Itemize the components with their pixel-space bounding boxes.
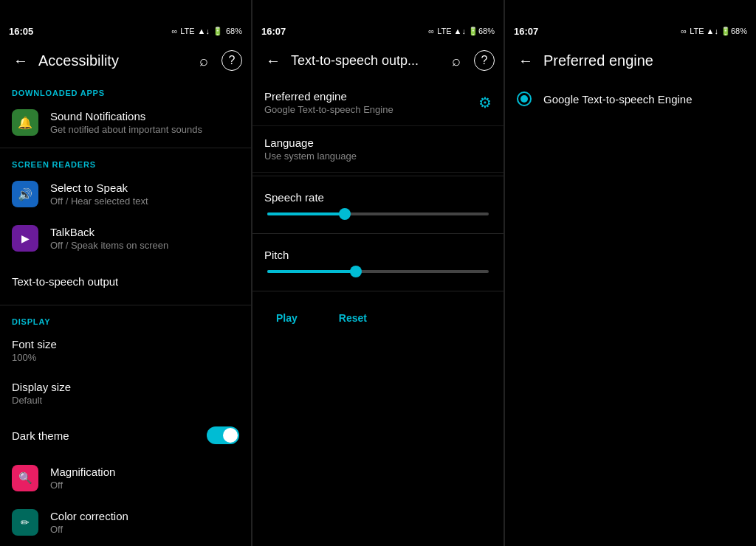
google-tts-radio[interactable]: [517, 91, 532, 106]
tts-output-item[interactable]: Text-to-speech output: [0, 260, 251, 302]
talkback-text: TalkBack Off / Speak items on screen: [50, 226, 239, 251]
speech-rate-thumb[interactable]: [339, 208, 351, 220]
speech-rate-label: Speech rate: [264, 191, 492, 204]
magnification-subtitle: Off: [50, 480, 239, 491]
gear-icon[interactable]: ⚙: [478, 94, 492, 111]
link-icon-2: ∞: [428, 27, 434, 35]
pitch-slider[interactable]: [267, 270, 489, 273]
color-correction-text: Color correction Off: [50, 510, 239, 535]
accessibility-panel: 16:05 ∞ LTE ▲↓ 🔋 68% ← Accessibility ⌕ ?…: [0, 0, 252, 546]
font-size-subtitle: 100%: [12, 352, 239, 363]
tts-toolbar: ← Text-to-speech outp... ⌕ ?: [252, 41, 504, 80]
signal-text-3: LTE ▲↓ 🔋68%: [690, 27, 747, 36]
font-size-item[interactable]: Font size 100%: [0, 329, 251, 372]
language-subtitle: Use system language: [264, 151, 492, 162]
tts-output-text: Text-to-speech output: [12, 275, 239, 288]
pitch-section: Pitch: [252, 237, 504, 279]
select-to-speak-title: Select to Speak: [50, 182, 239, 194]
section-header-downloaded: DOWNLOADED APPS: [0, 80, 251, 100]
magnification-text: Magnification Off: [50, 466, 239, 491]
talkback-item[interactable]: ▶ TalkBack Off / Speak items on screen: [0, 216, 251, 260]
tts-output-title: Text-to-speech output: [12, 275, 239, 288]
link-icon-3: ∞: [681, 27, 687, 35]
engine-panel: 16:07 ∞ LTE ▲↓ 🔋68% ← Preferred engine G…: [505, 0, 756, 546]
status-bar-panel1: 16:05 ∞ LTE ▲↓ 🔋 68%: [0, 21, 251, 41]
select-to-speak-icon: 🔊: [12, 181, 38, 207]
divider-tts-3: [252, 291, 504, 291]
speech-rate-section: Speech rate: [252, 179, 504, 221]
magnification-item[interactable]: 🔍 Magnification Off: [0, 456, 251, 500]
divider-tts-1: [252, 176, 504, 176]
time-panel3: 16:07: [514, 26, 538, 37]
tts-panel: 16:07 ∞ LTE ▲↓ 🔋68% ← Text-to-speech out…: [252, 0, 504, 546]
section-header-screen-readers: SCREEN READERS: [0, 151, 251, 172]
preferred-engine-title: Preferred engine: [264, 90, 470, 103]
font-size-title: Font size: [12, 338, 239, 350]
select-to-speak-text: Select to Speak Off / Hear selected text: [50, 182, 239, 207]
google-tts-engine-item[interactable]: Google Text-to-speech Engine: [505, 80, 756, 118]
dark-theme-control: [207, 426, 239, 444]
sound-notifications-title: Sound Notifications: [50, 110, 239, 122]
time-panel2: 16:07: [261, 26, 286, 37]
sound-notifications-text: Sound Notifications Get notified about i…: [50, 110, 239, 135]
preferred-engine-text: Preferred engine Google Text-to-speech E…: [264, 90, 470, 115]
status-icons-panel3: ∞ LTE ▲↓ 🔋68%: [681, 27, 747, 36]
accessibility-content: DOWNLOADED APPS 🔔 Sound Notifications Ge…: [0, 80, 251, 546]
color-correction-subtitle: Off: [50, 524, 239, 535]
engine-title: Preferred engine: [543, 52, 747, 69]
language-text: Language Use system language: [264, 136, 492, 162]
dark-theme-item[interactable]: Dark theme: [0, 415, 251, 456]
preferred-engine-setting[interactable]: Preferred engine Google Text-to-speech E…: [252, 80, 504, 126]
speech-rate-slider[interactable]: [267, 212, 489, 215]
accessibility-toolbar: ← Accessibility ⌕ ?: [0, 41, 251, 80]
magnification-icon: 🔍: [12, 465, 38, 491]
dark-theme-toggle[interactable]: [207, 426, 239, 444]
engine-toolbar: ← Preferred engine: [505, 41, 756, 80]
dark-theme-title: Dark theme: [12, 429, 195, 442]
reset-button[interactable]: Reset: [327, 306, 379, 330]
divider-1: [0, 148, 251, 148]
select-to-speak-item[interactable]: 🔊 Select to Speak Off / Hear selected te…: [0, 172, 251, 216]
signal-text: LTE: [180, 27, 194, 35]
tts-title: Text-to-speech outp...: [291, 53, 439, 69]
sound-notifications-item[interactable]: 🔔 Sound Notifications Get notified about…: [0, 100, 251, 145]
color-correction-item[interactable]: ✏ Color correction Off: [0, 500, 251, 545]
divider-tts-2: [252, 233, 504, 234]
search-button-panel1[interactable]: ⌕: [192, 49, 216, 72]
sound-notifications-subtitle: Get notified about important sounds: [50, 124, 239, 135]
pitch-label: Pitch: [264, 249, 492, 261]
language-setting[interactable]: Language Use system language: [252, 126, 504, 173]
talkback-title: TalkBack: [50, 226, 239, 238]
back-button-panel3[interactable]: ←: [514, 49, 537, 72]
google-tts-engine-name: Google Text-to-speech Engine: [543, 93, 693, 106]
status-icons-panel1: ∞ LTE ▲↓ 🔋 68%: [171, 27, 242, 36]
color-correction-icon: ✏: [12, 509, 38, 536]
display-size-subtitle: Default: [12, 395, 239, 406]
signal-text-2: LTE ▲↓ 🔋68%: [437, 27, 495, 36]
search-button-panel2[interactable]: ⌕: [444, 49, 468, 72]
tts-buttons: Play Reset: [252, 294, 504, 342]
status-icons-panel2: ∞ LTE ▲↓ 🔋68%: [428, 27, 495, 36]
back-button-panel1[interactable]: ←: [9, 49, 32, 72]
pitch-thumb[interactable]: [350, 266, 362, 277]
play-button[interactable]: Play: [264, 306, 309, 330]
language-title: Language: [264, 136, 492, 149]
help-button-panel2[interactable]: ?: [474, 50, 495, 71]
accessibility-title: Accessibility: [38, 52, 186, 69]
display-size-title: Display size: [12, 381, 239, 393]
status-bar-panel2: 16:07 ∞ LTE ▲↓ 🔋68%: [252, 21, 504, 41]
time-panel1: 16:05: [9, 26, 33, 37]
pitch-fill: [267, 270, 356, 273]
help-button-panel1[interactable]: ?: [221, 50, 242, 71]
back-button-panel2[interactable]: ←: [261, 49, 285, 72]
section-header-display: DISPLAY: [0, 308, 251, 329]
battery-icon: 🔋: [213, 27, 223, 36]
status-bar-panel3: 16:07 ∞ LTE ▲↓ 🔋68%: [505, 21, 756, 41]
select-to-speak-subtitle: Off / Hear selected text: [50, 196, 239, 207]
talkback-icon: ▶: [12, 225, 38, 252]
font-size-text: Font size 100%: [12, 338, 239, 363]
display-size-item[interactable]: Display size Default: [0, 372, 251, 415]
talkback-subtitle: Off / Speak items on screen: [50, 240, 239, 251]
dark-theme-text: Dark theme: [12, 429, 195, 442]
signal-bars: ▲↓: [198, 27, 210, 35]
